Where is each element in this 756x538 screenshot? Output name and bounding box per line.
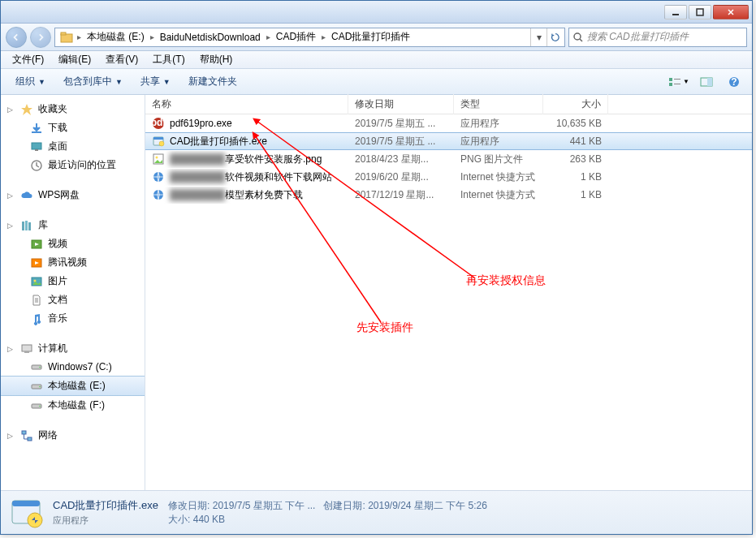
search-icon bbox=[572, 32, 584, 43]
details-pane: CAD批量打印插件.exe 应用程序 修改日期: 2019/7/5 星期五 下午… bbox=[1, 490, 752, 534]
svg-rect-8 bbox=[674, 84, 680, 84]
explorer-window: ▸ 本地磁盘 (E:) ▸ BaiduNetdiskDownload ▸ CAD… bbox=[0, 0, 753, 535]
svg-rect-1 bbox=[697, 9, 703, 15]
sidebar-computer-header[interactable]: ▷计算机 bbox=[1, 339, 145, 358]
back-button[interactable] bbox=[6, 27, 27, 48]
sidebar-favorites-header[interactable]: ▷收藏夹 bbox=[1, 100, 145, 118]
computer-icon bbox=[20, 342, 33, 355]
menubar: 文件(F) 编辑(E) 查看(V) 工具(T) 帮助(H) bbox=[1, 51, 752, 69]
svg-point-40 bbox=[156, 157, 158, 159]
sidebar-item-drive-f[interactable]: 本地磁盘 (F:) bbox=[1, 396, 145, 415]
svg-rect-18 bbox=[25, 221, 28, 230]
address-bar[interactable]: ▸ 本地磁盘 (E:) ▸ BaiduNetdiskDownload ▸ CAD… bbox=[54, 28, 565, 47]
menu-edit[interactable]: 编辑(E) bbox=[52, 51, 97, 68]
new-folder-button[interactable]: 新建文件夹 bbox=[180, 71, 245, 92]
drive-icon bbox=[30, 360, 43, 373]
preview-pane-button[interactable] bbox=[695, 73, 718, 91]
address-dropdown[interactable]: ▾ bbox=[530, 28, 546, 46]
sidebar-network-header[interactable]: ▷网络 bbox=[1, 426, 145, 445]
svg-point-38 bbox=[159, 141, 164, 146]
svg-rect-13 bbox=[32, 131, 41, 133]
file-row[interactable]: CAD批量打印插件.exe2019/7/5 星期五 ...应用程序441 KB bbox=[145, 132, 752, 150]
menu-file[interactable]: 文件(F) bbox=[6, 51, 50, 68]
drive-icon bbox=[30, 399, 43, 412]
download-icon bbox=[30, 122, 43, 135]
svg-rect-19 bbox=[28, 222, 31, 230]
chevron-right-icon: ▸ bbox=[149, 32, 155, 41]
view-options-button[interactable]: ▼ bbox=[667, 73, 690, 91]
sidebar-item-tencent-video[interactable]: 腾讯视频 bbox=[1, 253, 145, 272]
sidebar-item-drive-e[interactable]: 本地磁盘 (E:) bbox=[1, 376, 145, 396]
sidebar: ▷收藏夹 下载 桌面 最近访问的位置 ▷WPS网盘 ▷库 视频 腾讯视频 图片 … bbox=[1, 95, 145, 490]
desktop-icon bbox=[30, 140, 43, 153]
svg-rect-15 bbox=[35, 149, 38, 151]
sidebar-item-recent[interactable]: 最近访问的位置 bbox=[1, 156, 145, 174]
svg-rect-32 bbox=[22, 431, 26, 434]
breadcrumb[interactable]: CAD插件 bbox=[271, 28, 321, 45]
help-button[interactable]: ? bbox=[723, 73, 745, 91]
column-headers: 名称 修改日期 类型 大小 bbox=[145, 95, 752, 114]
svg-rect-6 bbox=[669, 83, 672, 86]
video-icon bbox=[30, 256, 43, 269]
search-input[interactable]: 搜索 CAD批量打印插件 bbox=[568, 28, 747, 47]
close-button[interactable] bbox=[713, 5, 749, 19]
refresh-button[interactable] bbox=[546, 28, 563, 46]
file-row[interactable]: pdfpdf619pro.exe2019/7/5 星期五 ...应用程序10,6… bbox=[145, 114, 752, 132]
details-filetype: 应用程序 bbox=[53, 514, 158, 527]
file-row[interactable]: ████████享受软件安装服务.png2018/4/23 星期...PNG 图… bbox=[145, 150, 752, 168]
folder-icon bbox=[60, 31, 73, 44]
minimize-button[interactable] bbox=[664, 5, 687, 19]
svg-text:pdf: pdf bbox=[152, 117, 165, 128]
details-meta: 修改日期: 2019/7/5 星期五 下午 ... 创建日期: 2019/9/2… bbox=[168, 499, 487, 527]
sidebar-item-documents[interactable]: 文档 bbox=[1, 291, 145, 309]
sidebar-item-pictures[interactable]: 图片 bbox=[1, 272, 145, 291]
include-in-library-button[interactable]: 包含到库中 ▼ bbox=[55, 71, 131, 92]
forward-button[interactable] bbox=[30, 27, 51, 48]
menu-view[interactable]: 查看(V) bbox=[99, 51, 145, 68]
sidebar-item-drive-c[interactable]: Windows7 (C:) bbox=[1, 358, 145, 376]
svg-rect-5 bbox=[669, 78, 672, 81]
breadcrumb[interactable]: 本地磁盘 (E:) bbox=[82, 28, 149, 45]
network-icon bbox=[20, 429, 33, 442]
svg-rect-3 bbox=[61, 32, 66, 35]
column-type[interactable]: 类型 bbox=[454, 94, 543, 114]
video-icon bbox=[30, 238, 43, 251]
column-size[interactable]: 大小 bbox=[543, 94, 608, 114]
svg-rect-25 bbox=[24, 351, 29, 353]
menu-tools[interactable]: 工具(T) bbox=[146, 51, 191, 68]
maximize-button[interactable] bbox=[689, 5, 711, 19]
sidebar-item-downloads[interactable]: 下载 bbox=[1, 118, 145, 137]
sidebar-libraries-header[interactable]: ▷库 bbox=[1, 216, 145, 235]
file-row[interactable]: ████████软件视频和软件下载网站2019/6/20 星期...Intern… bbox=[145, 168, 752, 186]
details-filename: CAD批量打印插件.exe bbox=[53, 498, 158, 513]
column-date[interactable]: 修改日期 bbox=[348, 94, 454, 114]
svg-rect-33 bbox=[28, 437, 32, 441]
chevron-right-icon: ▸ bbox=[321, 32, 326, 41]
recent-icon bbox=[30, 159, 43, 172]
share-button[interactable]: 共享 ▼ bbox=[132, 71, 179, 92]
svg-rect-0 bbox=[672, 14, 679, 15]
svg-rect-24 bbox=[22, 345, 32, 351]
file-list[interactable]: pdfpdf619pro.exe2019/7/5 星期五 ...应用程序10,6… bbox=[145, 114, 752, 490]
svg-rect-14 bbox=[32, 143, 41, 149]
drive-icon bbox=[30, 380, 43, 393]
sidebar-item-videos[interactable]: 视频 bbox=[1, 235, 145, 253]
file-row[interactable]: ████████模型素材免费下载2017/12/19 星期...Internet… bbox=[145, 186, 752, 204]
toolbar: 组织 ▼ 包含到库中 ▼ 共享 ▼ 新建文件夹 ▼ ? bbox=[1, 69, 752, 95]
svg-rect-7 bbox=[674, 79, 680, 80]
svg-point-4 bbox=[574, 33, 581, 40]
chevron-right-icon: ▸ bbox=[266, 32, 271, 41]
titlebar bbox=[1, 1, 752, 24]
library-icon bbox=[20, 219, 33, 232]
menu-help[interactable]: 帮助(H) bbox=[193, 51, 240, 68]
breadcrumb[interactable]: CAD批量打印插件 bbox=[326, 28, 415, 45]
sidebar-wps-header[interactable]: ▷WPS网盘 bbox=[1, 186, 145, 204]
file-pane: 名称 修改日期 类型 大小 pdfpdf619pro.exe2019/7/5 星… bbox=[145, 95, 752, 490]
sidebar-item-music[interactable]: 音乐 bbox=[1, 309, 145, 328]
music-icon bbox=[30, 312, 43, 325]
breadcrumb[interactable]: BaiduNetdiskDownload bbox=[155, 30, 266, 45]
organize-button[interactable]: 组织 ▼ bbox=[7, 71, 54, 92]
sidebar-item-desktop[interactable]: 桌面 bbox=[1, 137, 145, 156]
star-icon bbox=[20, 103, 33, 116]
column-name[interactable]: 名称 bbox=[145, 94, 348, 114]
